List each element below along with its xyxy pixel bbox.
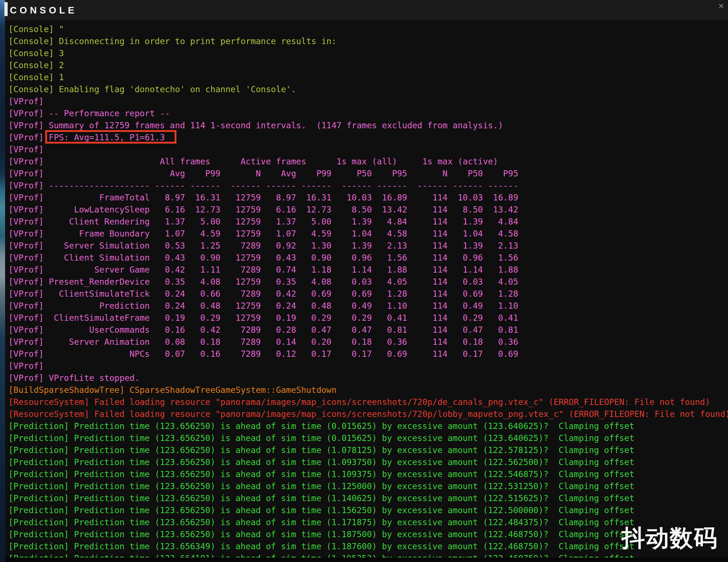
console-line: [VProf] Client Simulation 0.43 0.90 1275… (8, 252, 728, 264)
close-icon[interactable]: × (718, 1, 724, 10)
console-line: [Prediction] Prediction time (123.656250… (8, 420, 728, 432)
console-line: [VProf] (8, 95, 728, 108)
console-line: [VProf] ClientSimulateFrame 0.19 0.29 12… (8, 312, 728, 324)
console-title: CONSOLE (10, 5, 77, 16)
console-line: [VProf] Client Rendering 1.37 5.00 12759… (8, 216, 728, 228)
console-line: [VProf] All frames Active frames 1s max … (8, 156, 728, 168)
console-line: [Console] 3 (8, 47, 728, 59)
horizontal-scrollbar[interactable] (5, 558, 728, 562)
vprof-prefix: [VProf] (8, 133, 49, 142)
console-line: [VProf] -- Performance report -- (8, 108, 728, 120)
console-line: [Console] Enabling flag 'donotecho' on c… (8, 83, 728, 95)
console-line: [VProf] Server Simulation 0.53 1.25 7289… (8, 240, 728, 252)
console-line: [BuildSparseShadowTree] CSparseShadowTre… (8, 384, 728, 396)
console-window: CONSOLE × [Console] "[Console] Disconnec… (5, 0, 728, 562)
console-line: [VProf] LowLatencySleep 6.16 12.73 12759… (8, 204, 728, 216)
console-line: [Prediction] Prediction time (123.656250… (8, 504, 728, 516)
console-line: [Prediction] Prediction time (123.656250… (8, 480, 728, 492)
console-line: [VProf] NPCs 0.07 0.16 7289 0.12 0.17 0.… (8, 348, 728, 360)
game-background-strip (0, 0, 5, 562)
console-titlebar: CONSOLE × (5, 0, 728, 20)
game-light-fragment (4, 2, 8, 16)
console-line: [VProf] FPS: Avg=111.5, P1=61.3 (8, 132, 728, 144)
console-line: [Console] " (8, 23, 728, 35)
console-log[interactable]: [Console] "[Console] Disconnecting in or… (5, 20, 728, 562)
console-line: [Prediction] Prediction time (123.656250… (8, 444, 728, 456)
console-line: [Console] Disconnecting in order to prin… (8, 35, 728, 47)
console-line: [Prediction] Prediction time (123.656250… (8, 516, 728, 528)
console-line: [VProf] Frame Boundary 1.07 4.59 12759 1… (8, 228, 728, 240)
console-line: [VProf] Avg P99 N Avg P99 P50 P95 N P50 … (8, 168, 728, 180)
screen: CONSOLE × [Console] "[Console] Disconnec… (0, 0, 728, 562)
console-line: [Prediction] Prediction time (123.656250… (8, 468, 728, 480)
console-line: [ResourceSystem] Failed loading resource… (8, 396, 728, 408)
console-line: [VProf] VProfLite stopped. (8, 372, 728, 384)
console-line: [Prediction] Prediction time (123.656250… (8, 528, 728, 540)
console-line: [VProf] Prediction 0.24 0.48 12759 0.24 … (8, 300, 728, 312)
console-line: [VProf] -------------------- ------ ----… (8, 180, 728, 192)
console-line: [VProf] Summary of 12759 frames and 114 … (8, 120, 728, 132)
console-line: [VProf] Server Animation 0.08 0.18 7289 … (8, 336, 728, 348)
console-line: [VProf] Server Game 0.42 1.11 7289 0.74 … (8, 264, 728, 276)
console-line: [Console] 1 (8, 71, 728, 83)
console-line: [Prediction] Prediction time (123.656250… (8, 492, 728, 504)
console-line: [Console] 2 (8, 59, 728, 71)
watermark: 抖动数码 (622, 522, 718, 554)
console-line: [Prediction] Prediction time (123.656250… (8, 432, 728, 444)
console-line: [VProf] FrameTotal 8.97 16.31 12759 8.97… (8, 192, 728, 204)
console-line: [Prediction] Prediction time (123.656250… (8, 456, 728, 468)
console-line: [VProf] (8, 360, 728, 372)
console-line: [Prediction] Prediction time (123.656349… (8, 540, 728, 553)
fps-highlight: FPS: Avg=111.5, P1=61.3 (49, 133, 165, 142)
console-line: [VProf] (8, 144, 728, 156)
console-line: [VProf] Present_RenderDevice 0.35 4.08 1… (8, 276, 728, 288)
console-line: [ResourceSystem] Failed loading resource… (8, 408, 728, 420)
console-line: [VProf] ClientSimulateTick 0.24 0.66 728… (8, 288, 728, 300)
console-line: [VProf] UserCommands 0.16 0.42 7289 0.28… (8, 324, 728, 336)
